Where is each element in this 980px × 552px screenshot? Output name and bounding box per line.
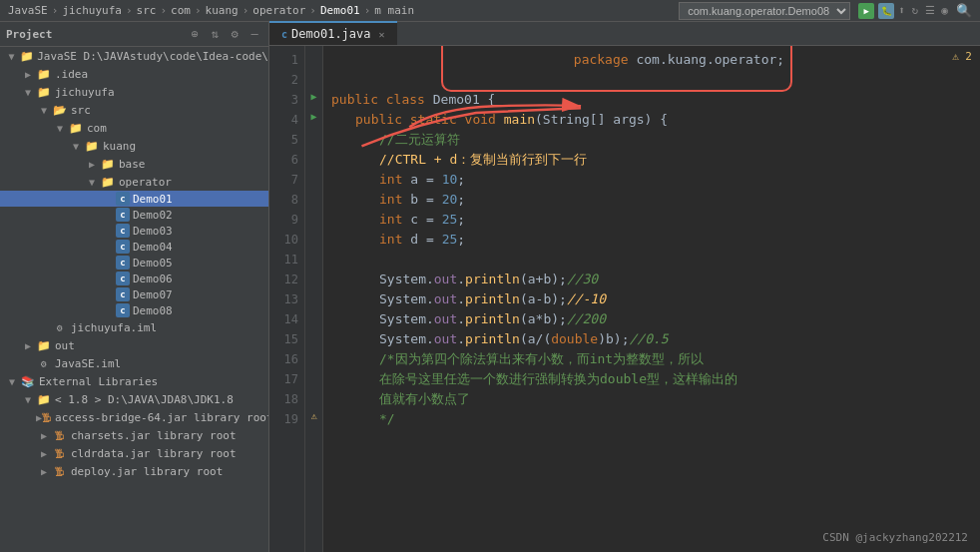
tree-node-operator[interactable]: ▼ 📁 operator	[0, 173, 268, 191]
class-icon: c	[116, 256, 130, 270]
settings-icon[interactable]: ⚙	[227, 26, 243, 42]
folder-icon: 📁	[84, 138, 100, 154]
expand-arrow: ▶	[36, 448, 52, 459]
expand-arrow: ▼	[20, 394, 36, 405]
run-gutter: ▶ ▶ ⚠	[305, 46, 323, 552]
tree-node-demo08[interactable]: c Demo08	[0, 302, 268, 318]
expand-arrow: ▼	[84, 177, 100, 188]
run-button[interactable]: ▶	[858, 3, 874, 19]
breadcrumb-main[interactable]: m main	[374, 4, 414, 17]
tree-node-com[interactable]: ▼ 📁 com	[0, 119, 268, 137]
breadcrumb-javase[interactable]: JavaSE	[8, 4, 48, 17]
comment-cn-1: /*因为第四个除法算出来有小数，而int为整数型，所以	[379, 349, 704, 369]
tab-demo01[interactable]: c Demo01.java ✕	[269, 21, 397, 45]
line-num-12: 12	[269, 270, 304, 289]
run-config-select[interactable]: com.kuang.operator.Demo08	[679, 2, 850, 20]
run-gutter-10	[305, 226, 322, 246]
expand-arrow: ▶	[20, 340, 36, 351]
sidebar: Project ⊕ ⇅ ⚙ — ▼ 📁 JavaSE D:\JAVAstudy\…	[0, 22, 269, 552]
comment-cn-2: 在除号这里任选一个数进行强制转换为double型，这样输出的	[379, 369, 737, 389]
tree-node-base[interactable]: ▶ 📁 base	[0, 155, 268, 173]
tree-node-jichuyufa-iml[interactable]: ⚙ jichuyufa.iml	[0, 318, 268, 336]
tree-node-charsets[interactable]: ▶ 🗜 charsets.jar library root	[0, 426, 268, 444]
run-gutter-3[interactable]: ▶	[305, 86, 322, 106]
add-icon[interactable]: ⊕	[187, 26, 203, 42]
tree-node-ext-libs[interactable]: ▼ 📚 External Libraries	[0, 372, 268, 390]
run-arrow-icon: ▶	[310, 91, 316, 102]
println-args4b: )b);	[598, 329, 629, 349]
kw-int-c: int	[379, 210, 410, 230]
code-line-14: System.out.println(a*b);//200	[331, 309, 972, 329]
code-line-11	[331, 250, 972, 270]
tree-node-demo04[interactable]: c Demo04	[0, 239, 268, 255]
iml-icon: ⚙	[52, 319, 68, 335]
search-icon[interactable]: 🔍	[956, 3, 972, 18]
expand-arrow: ▼	[52, 123, 68, 134]
tree-node-label: Demo07	[133, 288, 173, 301]
breadcrumb-operator[interactable]: operator	[252, 4, 305, 17]
comment-m10: //-10	[567, 289, 606, 309]
method-println4: println	[465, 329, 520, 349]
code-content[interactable]: package com.kuang.operator; public class…	[323, 46, 980, 552]
lib-icon: 📚	[20, 373, 36, 389]
warning-icon: ⚠	[310, 410, 316, 421]
tree-node-javase-iml[interactable]: ⚙ JavaSE.iml	[0, 354, 268, 372]
tree-node-src[interactable]: ▼ 📂 src	[0, 101, 268, 119]
expand-arrow: ▶	[36, 430, 52, 441]
tree-node-demo03[interactable]: c Demo03	[0, 223, 268, 239]
class-icon: c	[116, 224, 130, 238]
main-layout: Project ⊕ ⇅ ⚙ — ▼ 📁 JavaSE D:\JAVAstudy\…	[0, 22, 980, 552]
tree-node-label: com	[87, 122, 107, 135]
tree-node-deploy[interactable]: ▶ 🗜 deploy.jar library root	[0, 462, 268, 480]
run-gutter-13	[305, 285, 322, 305]
tab-close-button[interactable]: ✕	[379, 29, 385, 40]
println-args4: (a/(	[520, 329, 551, 349]
tree-node-jichuyufa[interactable]: ▼ 📁 jichuyufa	[0, 83, 268, 101]
run-gutter-9	[305, 206, 322, 226]
code-line-19: */	[331, 409, 972, 429]
minimize-icon[interactable]: —	[246, 26, 262, 42]
run-gutter-4[interactable]: ▶	[305, 106, 322, 126]
code-editor[interactable]: 1 2 3 4 5 6 7 8 9 10 11 12 13 14 15 16 1	[269, 46, 980, 552]
tree-node-label: .idea	[55, 68, 88, 81]
run-gutter-6	[305, 146, 322, 166]
tree-node-demo07[interactable]: c Demo07	[0, 286, 268, 302]
sort-icon[interactable]: ⇅	[207, 26, 223, 42]
tree-node-demo02[interactable]: c Demo02	[0, 207, 268, 223]
field-out4: out	[434, 329, 457, 349]
code-line-8: int b = 20;	[331, 190, 972, 210]
run-gutter-19: ⚠	[305, 405, 322, 425]
csdn-watermark: CSDN @jackyzhang202212	[822, 531, 968, 544]
expand-arrow: ▶	[20, 69, 36, 80]
tree-node-cldrdata[interactable]: ▶ 🗜 cldrdata.jar library root	[0, 444, 268, 462]
tree-node-demo01[interactable]: c Demo01	[0, 191, 268, 207]
sidebar-toolbar-icons: ⊕ ⇅ ⚙ —	[187, 26, 262, 42]
expand-arrow: ▼	[20, 87, 36, 98]
code-line-4: public static void main(String[] args) {	[331, 110, 972, 130]
run-gutter-17	[305, 365, 322, 385]
tree-node-demo06[interactable]: c Demo06	[0, 271, 268, 286]
run-gutter-18	[305, 385, 322, 405]
tree-node-out[interactable]: ▶ 📁 out	[0, 336, 268, 354]
line-num-5: 5	[269, 130, 304, 150]
tree-node-access-bridge[interactable]: ▶ 🗜 access-bridge-64.jar library root	[0, 408, 268, 426]
debug-button[interactable]: 🐛	[878, 3, 894, 19]
run-gutter-14	[305, 305, 322, 325]
tree-node-idea[interactable]: ▶ 📁 .idea	[0, 65, 268, 83]
breadcrumb-kuang[interactable]: kuang	[206, 4, 239, 17]
editor-area: c Demo01.java ✕ 1 2 3 4 5 6 7 8 9 10	[269, 22, 980, 552]
package-name: com.kuang.operator;	[636, 52, 784, 67]
breadcrumb-jichuyufa[interactable]: jichuyufa	[62, 4, 122, 17]
tree-node-label: out	[55, 339, 75, 352]
tree-node-demo05[interactable]: c Demo05	[0, 255, 268, 271]
tree-node-kuang[interactable]: ▼ 📁 kuang	[0, 137, 268, 155]
breadcrumb-demo01[interactable]: Demo01	[320, 4, 360, 17]
warning-badge: ⚠ 2	[952, 50, 972, 63]
tree-node-jdk18[interactable]: ▼ 📁 < 1.8 > D:\JAVA\JDA8\JDK1.8	[0, 390, 268, 408]
tree-node-label: access-bridge-64.jar library root	[55, 411, 269, 424]
tree-node-javase[interactable]: ▼ 📁 JavaSE D:\JAVAstudy\code\Idea-code\	[0, 47, 268, 65]
line-numbers: 1 2 3 4 5 6 7 8 9 10 11 12 13 14 15 16 1	[269, 46, 305, 552]
src-icon: 📂	[52, 102, 68, 118]
breadcrumb-com[interactable]: com	[171, 4, 191, 17]
breadcrumb-src[interactable]: src	[137, 4, 157, 17]
